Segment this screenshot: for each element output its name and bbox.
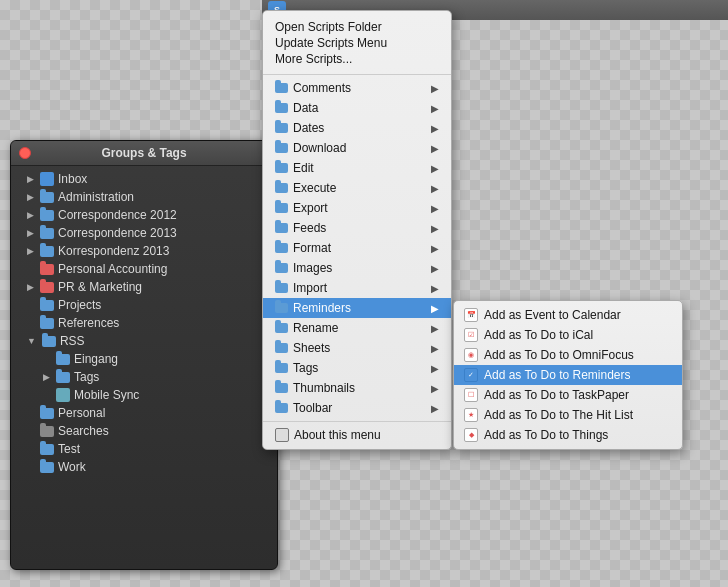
submenu-item-hitlist[interactable]: ★ Add as To Do to The Hit List xyxy=(454,405,682,425)
sidebar-item-pr-marketing[interactable]: ▶ PR & Marketing xyxy=(11,278,277,296)
arrow-icon: ▼ xyxy=(27,336,36,346)
item-left: Comments xyxy=(275,81,351,95)
context-menu: Open Scripts Folder Update Scripts Menu … xyxy=(262,10,452,450)
folder-icon xyxy=(40,300,54,311)
menu-item-reminders[interactable]: Reminders ▶ xyxy=(263,298,451,318)
folder-icon xyxy=(275,383,288,393)
sidebar-item-personal[interactable]: ▶ Personal xyxy=(11,404,277,422)
reminders-icon: ✓ xyxy=(464,368,478,382)
chevron-right-icon: ▶ xyxy=(431,383,439,394)
sidebar-item-label: Personal Accounting xyxy=(58,262,167,276)
menu-item-import[interactable]: Import ▶ xyxy=(263,278,451,298)
item-left: Images xyxy=(275,261,332,275)
folder-icon xyxy=(40,228,54,239)
sidebar-item-label: Test xyxy=(58,442,80,456)
arrow-icon: ▶ xyxy=(27,228,34,238)
item-left: Toolbar xyxy=(275,401,332,415)
open-scripts-folder-item[interactable]: Open Scripts Folder xyxy=(275,19,439,35)
sidebar-item-administration[interactable]: ▶ Administration xyxy=(11,188,277,206)
taskpaper-icon: ☐ xyxy=(464,388,478,402)
submenu-item-taskpaper[interactable]: ☐ Add as To Do to TaskPaper xyxy=(454,385,682,405)
menu-item-rename[interactable]: Rename ▶ xyxy=(263,318,451,338)
menu-item-download[interactable]: Download ▶ xyxy=(263,138,451,158)
menu-item-export[interactable]: Export ▶ xyxy=(263,198,451,218)
menu-item-tags[interactable]: Tags ▶ xyxy=(263,358,451,378)
submenu-item-omnifocus[interactable]: ◉ Add as To Do to OmniFocus xyxy=(454,345,682,365)
chevron-right-icon: ▶ xyxy=(431,363,439,374)
close-button[interactable] xyxy=(19,147,31,159)
sidebar-item-projects[interactable]: ▶ Projects xyxy=(11,296,277,314)
chevron-right-icon: ▶ xyxy=(431,263,439,274)
folder-icon xyxy=(275,183,288,193)
submenu-item-label: Add as To Do to OmniFocus xyxy=(484,348,634,362)
menu-item-sheets[interactable]: Sheets ▶ xyxy=(263,338,451,358)
folder-icon xyxy=(275,323,288,333)
chevron-right-icon: ▶ xyxy=(431,403,439,414)
sidebar-title-bar: Groups & Tags xyxy=(11,141,277,166)
sidebar-item-correspondence2012[interactable]: ▶ Correspondence 2012 xyxy=(11,206,277,224)
sync-icon xyxy=(56,388,70,402)
sidebar-item-test[interactable]: ▶ Test xyxy=(11,440,277,458)
about-menu-item[interactable]: About this menu xyxy=(263,425,451,445)
submenu-item-calendar[interactable]: 📅 Add as Event to Calendar xyxy=(454,305,682,325)
folder-icon xyxy=(275,363,288,373)
sidebar-item-searches[interactable]: ▶ Searches xyxy=(11,422,277,440)
submenu-item-ical[interactable]: ☑ Add as To Do to iCal xyxy=(454,325,682,345)
menu-item-edit[interactable]: Edit ▶ xyxy=(263,158,451,178)
menu-item-thumbnails[interactable]: Thumbnails ▶ xyxy=(263,378,451,398)
menu-item-comments[interactable]: Comments ▶ xyxy=(263,78,451,98)
things-icon: ◆ xyxy=(464,428,478,442)
folder-icon xyxy=(275,103,288,113)
menu-item-images[interactable]: Images ▶ xyxy=(263,258,451,278)
menu-item-label: Download xyxy=(293,141,346,155)
sidebar-item-correspondence2013[interactable]: ▶ Correspondence 2013 xyxy=(11,224,277,242)
menu-item-toolbar[interactable]: Toolbar ▶ xyxy=(263,398,451,418)
sidebar-item-mobile-sync[interactable]: ▶ Mobile Sync xyxy=(11,386,277,404)
reminders-submenu: 📅 Add as Event to Calendar ☑ Add as To D… xyxy=(453,300,683,450)
menu-item-format[interactable]: Format ▶ xyxy=(263,238,451,258)
update-scripts-menu-item[interactable]: Update Scripts Menu xyxy=(275,35,439,51)
sidebar-item-label: Projects xyxy=(58,298,101,312)
sidebar-item-label: RSS xyxy=(60,334,85,348)
folder-icon xyxy=(56,372,70,383)
item-left: Rename xyxy=(275,321,338,335)
menu-separator-2 xyxy=(263,421,451,422)
sidebar-item-personal-accounting[interactable]: ▶ Personal Accounting xyxy=(11,260,277,278)
menu-item-label: Toolbar xyxy=(293,401,332,415)
sidebar-item-inbox[interactable]: ▶ Inbox xyxy=(11,170,277,188)
menu-item-label: Edit xyxy=(293,161,314,175)
sidebar-item-label: Correspondence 2013 xyxy=(58,226,177,240)
menu-item-feeds[interactable]: Feeds ▶ xyxy=(263,218,451,238)
folder-icon xyxy=(56,354,70,365)
folder-icon xyxy=(275,263,288,273)
submenu-item-reminders[interactable]: ✓ Add as To Do to Reminders xyxy=(454,365,682,385)
menu-item-dates[interactable]: Dates ▶ xyxy=(263,118,451,138)
sidebar-item-label: PR & Marketing xyxy=(58,280,142,294)
menu-item-data[interactable]: Data ▶ xyxy=(263,98,451,118)
folder-icon xyxy=(275,123,288,133)
sidebar-title: Groups & Tags xyxy=(101,146,186,160)
omnifocus-icon: ◉ xyxy=(464,348,478,362)
sidebar-item-references[interactable]: ▶ References xyxy=(11,314,277,332)
sidebar-item-eingang[interactable]: ▶ Eingang xyxy=(11,350,277,368)
chevron-right-icon: ▶ xyxy=(431,303,439,314)
item-left: Tags xyxy=(275,361,318,375)
chevron-right-icon: ▶ xyxy=(431,123,439,134)
menu-item-execute[interactable]: Execute ▶ xyxy=(263,178,451,198)
sidebar-item-rss[interactable]: ▼ RSS xyxy=(11,332,277,350)
sidebar-item-tags[interactable]: ▶ Tags xyxy=(11,368,277,386)
folder-icon xyxy=(275,163,288,173)
item-left: Edit xyxy=(275,161,314,175)
more-scripts-item[interactable]: More Scripts... xyxy=(275,51,439,67)
menu-item-label: Tags xyxy=(293,361,318,375)
menu-item-label: Import xyxy=(293,281,327,295)
submenu-item-label: Add as To Do to iCal xyxy=(484,328,593,342)
item-left: Import xyxy=(275,281,327,295)
sidebar-item-korrespondenz2013[interactable]: ▶ Korrespondenz 2013 xyxy=(11,242,277,260)
chevron-right-icon: ▶ xyxy=(431,83,439,94)
chevron-right-icon: ▶ xyxy=(431,203,439,214)
item-left: Sheets xyxy=(275,341,330,355)
sidebar-item-work[interactable]: ▶ Work xyxy=(11,458,277,476)
submenu-item-things[interactable]: ◆ Add as To Do to Things xyxy=(454,425,682,445)
folder-icon xyxy=(275,303,288,313)
